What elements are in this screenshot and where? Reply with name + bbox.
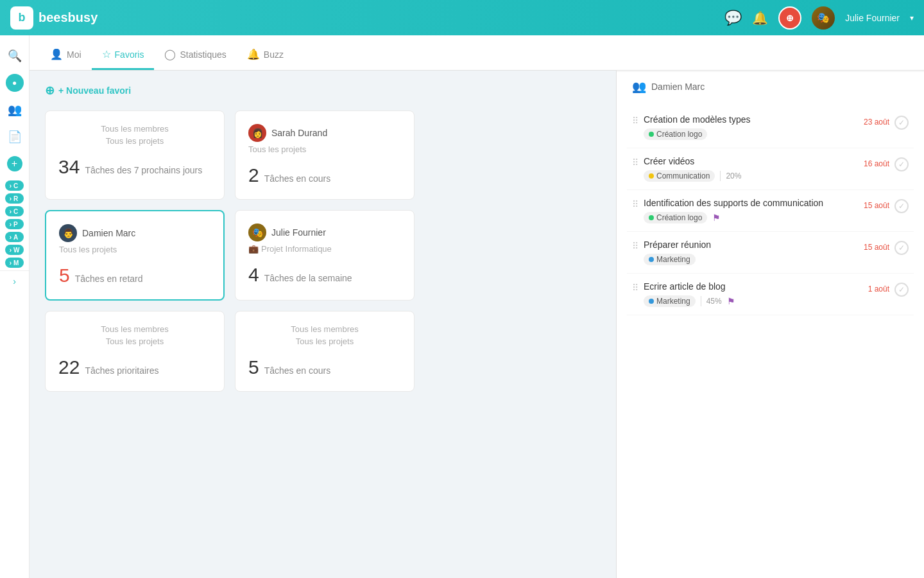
tab-buzz[interactable]: 🔔 Buzz	[237, 40, 294, 70]
card3-label: Tâches en retard	[75, 274, 143, 284]
chat-icon[interactable]: 💬	[724, 10, 742, 26]
sidebar-item-w[interactable]: › W	[5, 245, 23, 255]
tab-favoris[interactable]: ☆ Favoris	[92, 40, 155, 70]
task5-progress: 45%	[706, 297, 722, 306]
sidebar-item-c2[interactable]: › C	[5, 206, 23, 216]
tag-dot-green-3	[649, 215, 654, 220]
sidebar-item-r[interactable]: › R	[5, 193, 23, 204]
task2-check[interactable]: ✓	[894, 157, 909, 171]
pill-label-m: ›	[9, 259, 12, 267]
notification-icon[interactable]: 🔔	[752, 10, 768, 26]
panel-member-row: 👥 Damien Marc	[617, 72, 924, 101]
tab-statistiques-icon: ◯	[164, 48, 176, 60]
task1-check[interactable]: ✓	[894, 116, 909, 130]
pill-label-w: ›	[9, 246, 12, 254]
sidebar-expand-button[interactable]: ›	[0, 270, 29, 291]
task1-content: Création de modèles types Création logo	[644, 114, 859, 140]
pill-letter-m: M	[13, 259, 19, 267]
task3-title: Identification des supports de communica…	[644, 198, 859, 208]
app-logo[interactable]: b beesbusy	[10, 6, 724, 30]
card-all-members-encours[interactable]: Tous les membres Tous les projets 5 Tâch…	[235, 311, 415, 392]
card6-project-label: Tous les projets	[248, 337, 401, 346]
task1-date: 23 août	[864, 118, 889, 127]
tag-dot-yellow-2	[649, 173, 654, 179]
user-name[interactable]: Julie Fournier	[845, 13, 900, 23]
sidebar-item-p[interactable]: › P	[5, 219, 23, 229]
task4-tag[interactable]: Marketing	[644, 254, 696, 265]
drag-handle-5[interactable]: ⠿	[632, 281, 638, 293]
tab-buzz-label: Buzz	[264, 49, 284, 60]
task3-tag-label: Création logo	[656, 213, 702, 222]
drag-handle-4[interactable]: ⠿	[632, 240, 638, 251]
card-sarah-durand[interactable]: 👩 Sarah Durand Tous les projets 2 Tâches…	[235, 110, 415, 200]
card2-member-name: Sarah Durand	[271, 128, 327, 138]
tab-statistiques[interactable]: ◯ Statistiques	[154, 40, 236, 70]
card4-project-icon: 💼	[248, 244, 259, 254]
pill-letter-r: R	[13, 195, 18, 202]
card3-avatar-img: 👨	[63, 228, 74, 238]
task4-date: 15 août	[864, 243, 889, 252]
card-damien-marc[interactable]: 👨 Damien Marc Tous les projets 5 Tâches …	[45, 210, 225, 301]
task2-date: 16 août	[864, 159, 889, 168]
task4-check[interactable]: ✓	[894, 241, 909, 255]
card2-label: Tâches en cours	[264, 173, 331, 184]
card-all-members-7days[interactable]: Tous les membres Tous les projets 34 Tâc…	[45, 110, 225, 200]
card6-member-label: Tous les membres	[248, 324, 401, 334]
sidebar-search[interactable]: 🔍	[0, 43, 29, 69]
task4-content: Préparer réunion Marketing	[644, 240, 859, 265]
sidebar-members[interactable]: 👥	[0, 97, 29, 123]
sidebar: 🔍 ● 👥 📄 + › C › R › C › P › A › W › M ›	[0, 35, 30, 578]
task5-title: Ecrire article de blog	[644, 281, 863, 292]
tab-favoris-label: Favoris	[115, 49, 144, 60]
card-julie-fournier[interactable]: 🎭 Julie Fournier 💼 Projet Informatique 4…	[235, 210, 415, 301]
target-icon[interactable]: ⊕	[778, 6, 801, 30]
user-avatar[interactable]: 🎭	[812, 6, 835, 30]
task4-tag-label: Marketing	[656, 255, 690, 264]
tag-dot-green-1	[649, 132, 654, 137]
task1-tag[interactable]: Création logo	[644, 128, 707, 140]
doc-icon: 📄	[8, 130, 22, 144]
task2-right: 16 août ✓	[864, 156, 909, 171]
sidebar-docs[interactable]: 📄	[0, 124, 29, 150]
card4-member: 🎭 Julie Fournier	[248, 223, 401, 241]
card2-project: Tous les projets	[248, 144, 401, 154]
task2-meta: Communication 20%	[644, 170, 859, 182]
pill-letter-a: A	[13, 234, 18, 241]
task-list: ⠿ Création de modèles types Création log…	[617, 101, 924, 320]
task-item: ⠿ Ecrire article de blog Marketing 45% ⚑…	[627, 274, 914, 315]
tab-favoris-icon: ☆	[102, 48, 111, 60]
drag-handle-3[interactable]: ⠿	[632, 198, 638, 209]
card1-stat: 34 Tâches des 7 prochains jours	[58, 156, 211, 178]
tag-dot-blue-4	[649, 257, 654, 262]
panel-member-name: Damien Marc	[651, 82, 705, 92]
nouveau-favori-plus: ⊕	[45, 83, 55, 98]
user-menu-chevron[interactable]: ▾	[910, 13, 914, 22]
sidebar-item-m[interactable]: › M	[5, 258, 23, 268]
task4-title: Préparer réunion	[644, 240, 859, 250]
task5-check[interactable]: ✓	[894, 283, 909, 297]
card1-project-label: Tous les projets	[58, 136, 211, 146]
card4-project: 💼 Projet Informatique	[248, 244, 401, 254]
right-panel: Tâches en retard ⋮ ✕ 👥 Damien Marc ⠿ Cré…	[616, 35, 924, 578]
card3-stat: 5 Tâches en retard	[59, 265, 210, 286]
sidebar-add[interactable]: +	[0, 151, 29, 177]
card-all-members-priority[interactable]: Tous les membres Tous les projets 22 Tâc…	[45, 311, 225, 392]
card4-stat: 4 Tâches de la semaine	[248, 264, 401, 286]
card3-count: 5	[59, 265, 70, 286]
add-icon: +	[7, 156, 22, 171]
panel-member-icon: 👥	[632, 80, 646, 94]
task5-tag[interactable]: Marketing	[644, 295, 696, 307]
task1-right: 23 août ✓	[864, 114, 909, 130]
task3-tag[interactable]: Création logo	[644, 212, 707, 223]
drag-handle-2[interactable]: ⠿	[632, 156, 638, 168]
task3-meta: Création logo ⚑	[644, 212, 859, 223]
sidebar-item-a[interactable]: › A	[5, 232, 23, 242]
task1-meta: Création logo	[644, 128, 859, 140]
task2-tag[interactable]: Communication	[644, 170, 715, 182]
card5-label: Tâches prioritaires	[85, 365, 158, 376]
tab-moi[interactable]: 👤 Moi	[40, 40, 92, 70]
task5-content: Ecrire article de blog Marketing 45% ⚑	[644, 281, 863, 307]
task3-check[interactable]: ✓	[894, 199, 909, 213]
drag-handle-1[interactable]: ⠿	[632, 114, 638, 126]
sidebar-item-c1[interactable]: › C	[5, 180, 23, 191]
